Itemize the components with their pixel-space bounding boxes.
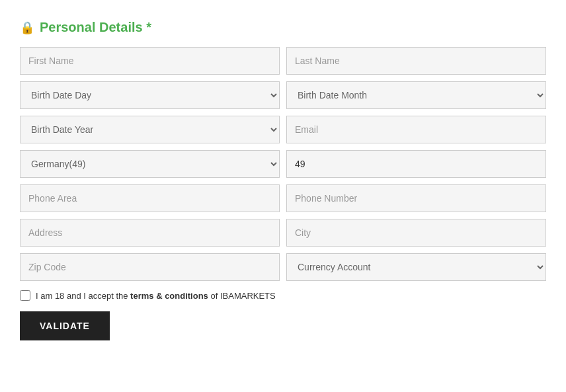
email-input[interactable] xyxy=(286,116,546,143)
birth-month-col: Birth Date Month JanuaryFebruaryMarch Ap… xyxy=(286,81,546,109)
country-code-col: Germany(49) USA(1) UK(44) France(33) xyxy=(20,150,280,178)
lock-icon: 🔒 xyxy=(20,20,34,35)
page-container: 🔒 Personal Details * Birth Date Day 1234… xyxy=(13,13,553,347)
terms-checkbox[interactable] xyxy=(20,290,30,301)
phone-prefix-input[interactable] xyxy=(286,150,546,178)
birth-date-day-select[interactable]: Birth Date Day 1234 5678 9101112 1314151… xyxy=(20,81,280,109)
address-input[interactable] xyxy=(20,219,280,247)
validate-button[interactable]: VALIDATE xyxy=(20,311,110,340)
phone-row xyxy=(20,184,546,212)
section-title: Personal Details * xyxy=(40,20,151,35)
birth-date-year-select[interactable]: Birth Date Year 200520042003 20022001200… xyxy=(20,116,280,143)
address-city-row xyxy=(20,219,546,247)
address-col xyxy=(20,219,280,247)
email-col xyxy=(286,116,546,143)
phone-prefix-col xyxy=(286,150,546,178)
terms-link[interactable]: terms & conditions xyxy=(130,291,208,301)
first-name-input[interactable] xyxy=(20,47,280,75)
last-name-col xyxy=(286,47,546,75)
birth-year-col: Birth Date Year 200520042003 20022001200… xyxy=(20,116,280,143)
year-email-row: Birth Date Year 200520042003 20022001200… xyxy=(20,116,546,143)
birth-date-month-select[interactable]: Birth Date Month JanuaryFebruaryMarch Ap… xyxy=(286,81,546,109)
last-name-input[interactable] xyxy=(286,47,546,75)
currency-col: Currency Account USD EUR GBP xyxy=(286,253,546,281)
terms-label: I am 18 and I accept the terms & conditi… xyxy=(36,291,276,301)
phone-number-input[interactable] xyxy=(286,184,546,212)
phone-area-input[interactable] xyxy=(20,184,280,212)
currency-account-select[interactable]: Currency Account USD EUR GBP xyxy=(286,253,546,281)
country-code-select[interactable]: Germany(49) USA(1) UK(44) France(33) xyxy=(20,150,280,178)
phone-number-col xyxy=(286,184,546,212)
terms-checkbox-row: I am 18 and I accept the terms & conditi… xyxy=(20,290,546,301)
city-input[interactable] xyxy=(286,219,546,247)
phone-area-col xyxy=(20,184,280,212)
birth-date-row: Birth Date Day 1234 5678 9101112 1314151… xyxy=(20,81,546,109)
zip-code-input[interactable] xyxy=(20,253,280,281)
city-col xyxy=(286,219,546,247)
zip-col xyxy=(20,253,280,281)
section-header: 🔒 Personal Details * xyxy=(20,20,546,35)
first-name-col xyxy=(20,47,280,75)
birth-day-col: Birth Date Day 1234 5678 9101112 1314151… xyxy=(20,81,280,109)
name-row xyxy=(20,47,546,75)
zip-currency-row: Currency Account USD EUR GBP xyxy=(20,253,546,281)
country-phone-row: Germany(49) USA(1) UK(44) France(33) xyxy=(20,150,546,178)
